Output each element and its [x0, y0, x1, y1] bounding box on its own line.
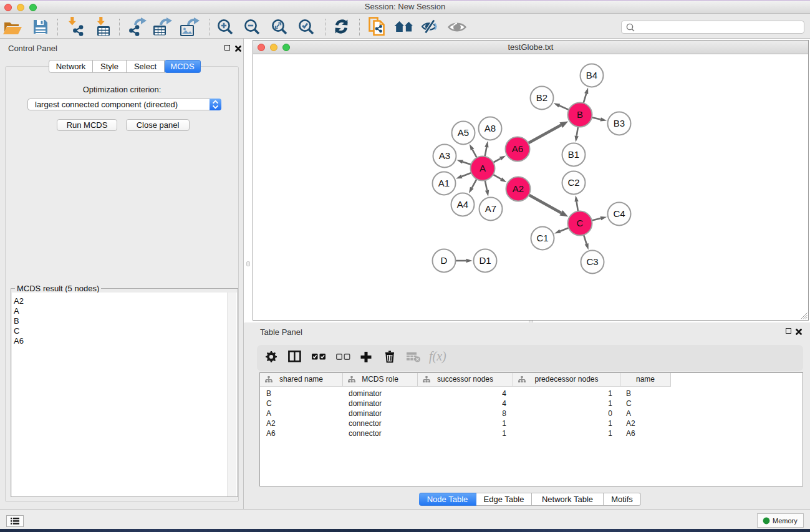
svg-text:A6: A6	[512, 143, 523, 154]
svg-text:B1: B1	[568, 149, 579, 160]
svg-text:B: B	[577, 109, 583, 120]
svg-text:B2: B2	[536, 92, 547, 103]
svg-text:C: C	[577, 218, 584, 228]
svg-text:A8: A8	[485, 123, 496, 133]
svg-text:A4: A4	[457, 199, 468, 210]
svg-text:B3: B3	[614, 118, 625, 128]
svg-text:A5: A5	[458, 127, 469, 138]
svg-text:C3: C3	[586, 256, 598, 267]
svg-text:B4: B4	[586, 70, 597, 80]
svg-text:A: A	[480, 163, 486, 173]
svg-text:C4: C4	[613, 208, 625, 219]
svg-text:A1: A1	[438, 178, 450, 188]
svg-text:C2: C2	[567, 177, 579, 188]
svg-text:D: D	[441, 255, 448, 266]
svg-text:A3: A3	[439, 150, 450, 161]
svg-text:A2: A2	[513, 183, 524, 194]
svg-text:D1: D1	[479, 255, 491, 266]
svg-text:A7: A7	[485, 203, 496, 214]
svg-text:C1: C1	[536, 233, 548, 243]
